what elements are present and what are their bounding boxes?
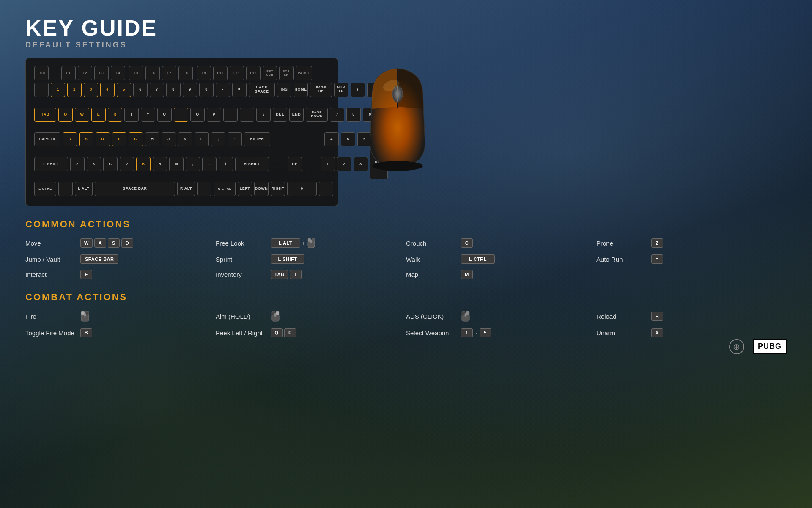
key-m-action: M [461, 270, 473, 279]
action-keys-freelook: L ALT + [271, 237, 315, 248]
key-rshift: R SHIFT [235, 157, 269, 171]
key-gap-up2 [304, 157, 318, 171]
action-keys-reload: R [651, 312, 663, 321]
key-w: W [75, 108, 89, 122]
key-row-fn: ESC F1 F2 F3 F4 F5 F6 F7 F8 F9 F10 F11 F… [34, 66, 329, 80]
key-l: L [195, 132, 209, 146]
key-u: U [157, 108, 172, 122]
key-equals: = [232, 83, 247, 97]
key-o: O [190, 108, 205, 122]
mouse-icon-freelook [307, 237, 315, 248]
key-lbracket: [ [223, 108, 238, 122]
action-prone: Prone Z [596, 237, 787, 248]
action-keys-sprint: L SHIFT [271, 254, 304, 264]
key-z-action: Z [651, 238, 663, 248]
key-f1: F1 [61, 66, 76, 80]
action-label-unarm: Unarm [596, 329, 647, 337]
svg-point-8 [310, 240, 312, 243]
key-home: HOME [294, 83, 308, 97]
svg-point-12 [84, 313, 86, 317]
action-aim: Aim (HOLD) [216, 310, 406, 322]
key-lalt-action: L ALT [271, 238, 300, 248]
action-label-prone: Prone [596, 240, 647, 247]
svg-rect-7 [312, 238, 315, 242]
key-s: S [79, 132, 93, 146]
key-backslash: \ [256, 108, 271, 122]
key-numlk: NUMLK [334, 83, 348, 97]
key-f3: F3 [94, 66, 109, 80]
key-f11: F11 [230, 66, 244, 80]
key-lshift: L SHIFT [34, 157, 68, 171]
key-f10: F10 [213, 66, 228, 80]
key-semicolon: ; [211, 132, 225, 146]
key-a-action: A [94, 238, 106, 248]
action-ads: ADS (CLICK) [406, 310, 596, 322]
key-up: UP [288, 157, 302, 171]
key-5-action: 5 [480, 328, 491, 337]
action-label-fire: Fire [25, 313, 76, 320]
mouse-icon-aim [271, 310, 280, 322]
main-content: KEY GUIDE DEFAULT SETTINGS ESC F1 F2 F3 … [0, 0, 812, 367]
key-x: X [87, 157, 101, 171]
key-lctrl-action: L CTRL [461, 254, 495, 264]
key-down: DOWN [254, 182, 269, 196]
key-c-action: C [461, 238, 473, 248]
key-i-action: I [290, 270, 302, 279]
key-h: H [145, 132, 159, 146]
key-gap-3 [305, 132, 322, 146]
key-row-zxcvb: L SHIFT Z X C V B N M , . / R SHIFT UP 1… [34, 149, 329, 179]
key-num0: 0 [287, 182, 317, 196]
key-num2: 2 [337, 157, 351, 171]
key-f2: F2 [78, 66, 92, 80]
key-j: J [162, 132, 176, 146]
key-ralt: R ALT [177, 182, 195, 196]
key-num1: 1 [321, 157, 335, 171]
key-num5: 5 [341, 132, 355, 146]
action-label-ads: ADS (CLICK) [406, 313, 457, 320]
action-map: Map M [406, 270, 596, 279]
key-left: LEFT [238, 182, 252, 196]
action-inventory: Inventory TAB I [216, 270, 406, 279]
key-f5: F5 [129, 66, 143, 80]
key-m: M [169, 157, 184, 171]
key-quote: ' [228, 132, 242, 146]
action-label-crouch: Crouch [406, 240, 457, 247]
action-label-jump: Jump / Vault [25, 256, 76, 263]
key-lalt: L ALT [75, 182, 93, 196]
key-a: A [63, 132, 77, 146]
key-f9: F9 [197, 66, 211, 80]
key-equals-action: = [651, 254, 663, 264]
key-win-r [197, 182, 211, 196]
key-1-action: 1 [461, 328, 473, 337]
key-num7: 7 [330, 108, 344, 122]
key-p: P [207, 108, 221, 122]
globe-icon[interactable]: ⊕ [729, 339, 744, 354]
title-section: KEY GUIDE DEFAULT SETTINGS [25, 17, 787, 50]
key-f7: F7 [162, 66, 176, 80]
action-peek: Peek Left / Right Q E [216, 328, 406, 337]
key-capslock: CAPS LK [34, 132, 60, 146]
key-g: G [129, 132, 143, 146]
action-freelook: Free Look L ALT + [216, 237, 406, 248]
key-scrlk: SCRLK [279, 66, 294, 80]
action-interact: Interact F [25, 270, 216, 279]
key-n: N [153, 157, 167, 171]
key-w-action: W [80, 238, 93, 248]
svg-point-20 [465, 313, 467, 317]
key-f-action: F [80, 270, 92, 279]
key-y: Y [141, 108, 155, 122]
action-walk: Walk L CTRL [406, 254, 596, 264]
mouse-icon-fire [80, 310, 90, 322]
action-keys-crouch: C [461, 238, 473, 248]
key-f12: F12 [246, 66, 261, 80]
key-7: 7 [150, 83, 164, 97]
common-actions-grid: Move W A S D Free Look L ALT + [25, 237, 787, 279]
section-title-combat: COMBAT ACTIONS [25, 292, 787, 303]
svg-point-16 [274, 313, 277, 317]
key-win-l [58, 182, 73, 196]
section-title-common: COMMON ACTIONS [25, 219, 787, 230]
key-lshift-action: L SHIFT [271, 254, 304, 264]
key-v: V [120, 157, 134, 171]
key-1: 1 [51, 83, 65, 97]
action-keys-interact: F [80, 270, 92, 279]
